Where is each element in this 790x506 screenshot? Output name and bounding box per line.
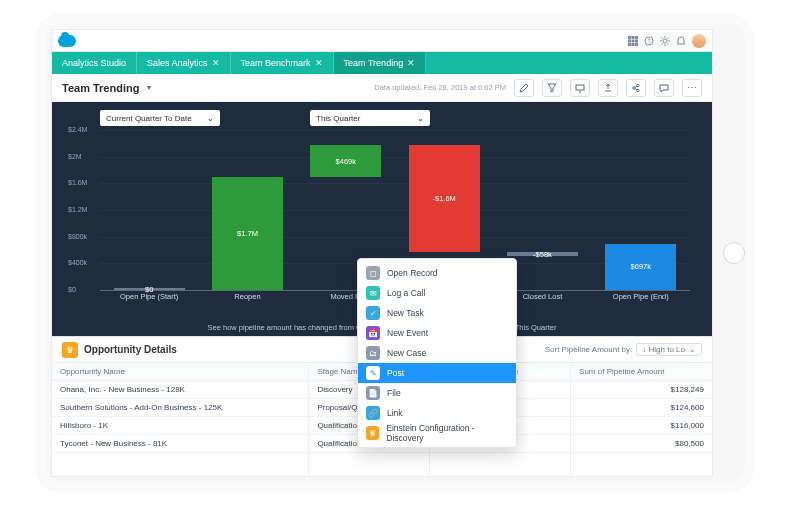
- menu-item-icon: ◻: [366, 266, 380, 280]
- menu-item-icon: 🔗: [366, 406, 380, 420]
- edit-button[interactable]: [514, 79, 534, 97]
- context-menu-item[interactable]: ♛Einstein Configuration - Discovery: [358, 423, 516, 443]
- chart-bar[interactable]: -$1.6M: [409, 145, 480, 252]
- chart-bar[interactable]: $469k: [310, 145, 381, 176]
- svg-point-15: [637, 89, 639, 91]
- salesforce-logo-icon: [58, 35, 76, 47]
- menu-item-icon: ♛: [366, 426, 379, 440]
- menu-item-label: New Case: [387, 348, 426, 358]
- table-row[interactable]: Southern Solutions - Add-On Business - 1…: [52, 399, 308, 417]
- app-screen: ? Analytics Studio Sales Analytics✕ Team…: [51, 29, 713, 477]
- tab-sales-analytics[interactable]: Sales Analytics✕: [137, 52, 231, 74]
- menu-item-label: Log a Call: [387, 288, 425, 298]
- export-button[interactable]: [598, 79, 618, 97]
- chevron-down-icon: ⌄: [207, 114, 214, 123]
- y-tick-label: $1.6M: [68, 179, 87, 186]
- table-cell[interactable]: $80,500: [571, 435, 712, 453]
- chart-bar[interactable]: -$58k: [507, 252, 578, 256]
- chevron-down-icon[interactable]: ▾: [147, 83, 151, 92]
- menu-item-label: Link: [387, 408, 403, 418]
- context-menu-item[interactable]: ✓New Task: [358, 303, 516, 323]
- context-menu-item[interactable]: 🔗Link: [358, 403, 516, 423]
- y-tick-label: $800k: [68, 233, 87, 240]
- y-tick-label: $400k: [68, 259, 87, 266]
- opportunity-name-column: Opportunity Name Ohana, Inc. - New Busin…: [52, 363, 309, 476]
- tablet-home-button[interactable]: [723, 242, 745, 264]
- filter-button[interactable]: [542, 79, 562, 97]
- context-menu-item[interactable]: ◻Open Record: [358, 263, 516, 283]
- share-button[interactable]: [626, 79, 646, 97]
- svg-rect-5: [635, 39, 638, 42]
- svg-rect-3: [628, 39, 631, 42]
- more-button[interactable]: ⋯: [682, 79, 702, 97]
- user-avatar[interactable]: [692, 34, 706, 48]
- svg-rect-7: [632, 43, 635, 46]
- svg-rect-1: [632, 36, 635, 39]
- menu-item-icon: 🗂: [366, 346, 380, 360]
- column-header[interactable]: Sum of Pipeline Amount: [571, 363, 712, 381]
- menu-item-icon: ✉: [366, 286, 380, 300]
- sort-select[interactable]: ↓ High to Lo⌄: [636, 343, 702, 356]
- close-icon[interactable]: ✕: [407, 58, 415, 68]
- opportunity-title: Opportunity Details: [84, 344, 177, 355]
- y-tick-label: $2M: [68, 153, 82, 160]
- present-button[interactable]: [570, 79, 590, 97]
- table-cell[interactable]: $116,000: [571, 417, 712, 435]
- svg-rect-0: [628, 36, 631, 39]
- svg-rect-8: [635, 43, 638, 46]
- sort-label: Sort Pipeline Amount by:: [545, 345, 633, 354]
- tab-team-trending[interactable]: Team Trending✕: [334, 52, 427, 74]
- chart-bar[interactable]: $1.7M: [212, 177, 283, 290]
- table-cell[interactable]: $124,600: [571, 399, 712, 417]
- context-menu-item[interactable]: 📅New Event: [358, 323, 516, 343]
- context-menu-item[interactable]: 📄File: [358, 383, 516, 403]
- workspace-tabs: Analytics Studio Sales Analytics✕ Team B…: [52, 52, 712, 74]
- context-menu-item[interactable]: ✉Log a Call: [358, 283, 516, 303]
- table-row[interactable]: Tyconet - New Business - 81K: [52, 435, 308, 453]
- chat-button[interactable]: [654, 79, 674, 97]
- period-end-select[interactable]: This Quarter⌄: [310, 110, 430, 126]
- context-menu-item[interactable]: ✎Post: [358, 363, 516, 383]
- menu-item-label: File: [387, 388, 401, 398]
- chevron-down-icon: ⌄: [417, 114, 424, 123]
- apps-icon[interactable]: [628, 36, 638, 46]
- svg-rect-12: [576, 85, 584, 90]
- tab-analytics-studio[interactable]: Analytics Studio: [52, 52, 137, 74]
- page-title: Team Trending: [62, 82, 139, 94]
- tab-team-benchmark[interactable]: Team Benchmark✕: [231, 52, 334, 74]
- x-tick-label: Open Pipe (End): [592, 292, 690, 320]
- x-tick-label: Open Pipe (Start): [100, 292, 198, 320]
- svg-rect-2: [635, 36, 638, 39]
- period-start-select[interactable]: Current Quarter To Date⌄: [100, 110, 220, 126]
- svg-point-11: [663, 39, 667, 43]
- context-menu-item[interactable]: 🗂New Case: [358, 343, 516, 363]
- table-cell[interactable]: $128,249: [571, 381, 712, 399]
- table-row[interactable]: Ohana, Inc. - New Business - 128K: [52, 381, 308, 399]
- context-menu[interactable]: ◻Open Record✉Log a Call✓New Task📅New Eve…: [357, 258, 517, 448]
- help-icon[interactable]: ?: [644, 36, 654, 46]
- crown-icon: ♛: [62, 342, 78, 358]
- menu-item-label: Open Record: [387, 268, 438, 278]
- svg-rect-6: [628, 43, 631, 46]
- column-header[interactable]: Opportunity Name: [52, 363, 308, 381]
- svg-text:?: ?: [647, 38, 651, 44]
- gear-icon[interactable]: [660, 36, 670, 46]
- bell-icon[interactable]: [676, 36, 686, 46]
- tablet-frame: ? Analytics Studio Sales Analytics✕ Team…: [35, 13, 755, 493]
- menu-item-label: New Event: [387, 328, 428, 338]
- menu-item-icon: 📄: [366, 386, 380, 400]
- data-updated-label: Data updated: Feb 28, 2019 at 6:02 PM: [374, 83, 506, 92]
- chart-bar[interactable]: $697k: [605, 244, 676, 290]
- y-tick-label: $0: [68, 286, 76, 293]
- system-topbar: ?: [52, 30, 712, 52]
- y-tick-label: $1.2M: [68, 206, 87, 213]
- svg-rect-4: [632, 39, 635, 42]
- menu-item-icon: ✓: [366, 306, 380, 320]
- close-icon[interactable]: ✕: [212, 58, 220, 68]
- chart-bar[interactable]: $0: [114, 288, 185, 290]
- chevron-down-icon: ⌄: [689, 345, 696, 354]
- x-tick-label: Reopen: [198, 292, 296, 320]
- svg-point-14: [637, 84, 639, 86]
- close-icon[interactable]: ✕: [315, 58, 323, 68]
- table-row[interactable]: Hillsboro - 1K: [52, 417, 308, 435]
